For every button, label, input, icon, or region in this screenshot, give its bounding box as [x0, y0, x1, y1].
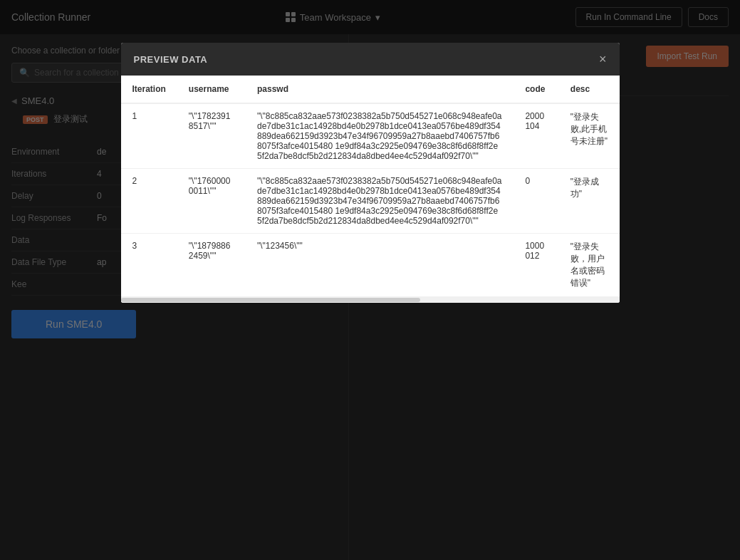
table-row: 3"\"18798862459\"""\"123456\""1000012"登录… — [121, 234, 620, 297]
preview-data-modal: PREVIEW DATA × Iteration username passwd… — [121, 43, 620, 303]
cell-value: 0 — [514, 169, 558, 234]
modal-header: PREVIEW DATA × — [121, 43, 620, 76]
col-code: code — [514, 76, 558, 103]
horizontal-scrollbar[interactable] — [121, 297, 620, 303]
iter-num: 3 — [121, 234, 177, 297]
cell-value: "登录失败，用户名或密码错误" — [559, 234, 620, 297]
modal-body[interactable]: Iteration username passwd code desc 1"\"… — [121, 76, 620, 297]
cell-value: "\"17823918517\"" — [177, 103, 246, 169]
col-username: username — [177, 76, 246, 103]
cell-value: "\"8c885ca832aae573f0238382a5b750d545271… — [246, 103, 514, 169]
cell-value: "\"8c885ca832aae573f0238382a5b750d545271… — [246, 169, 514, 234]
table-header-row: Iteration username passwd code desc — [121, 76, 620, 103]
col-desc: desc — [559, 76, 620, 103]
table-row: 1"\"17823918517\"""\"8c885ca832aae573f02… — [121, 103, 620, 169]
modal-title: PREVIEW DATA — [134, 54, 208, 65]
cell-value: "登录失败,此手机号未注册" — [559, 103, 620, 169]
cell-value: "\"17600000011\"" — [177, 169, 246, 234]
cell-value: "\"18798862459\"" — [177, 234, 246, 297]
preview-table: Iteration username passwd code desc 1"\"… — [121, 76, 620, 297]
col-iteration: Iteration — [121, 76, 177, 103]
cell-value: "登录成功" — [559, 169, 620, 234]
cell-value: "\"123456\"" — [246, 234, 514, 297]
modal-overlay: PREVIEW DATA × Iteration username passwd… — [0, 0, 740, 560]
col-passwd: passwd — [246, 76, 514, 103]
table-row: 2"\"17600000011\"""\"8c885ca832aae573f02… — [121, 169, 620, 234]
modal-close-button[interactable]: × — [599, 53, 607, 66]
cell-value: 1000012 — [514, 234, 558, 297]
iter-num: 1 — [121, 103, 177, 169]
iter-num: 2 — [121, 169, 177, 234]
cell-value: 2000104 — [514, 103, 558, 169]
scrollbar-thumb — [121, 298, 420, 302]
